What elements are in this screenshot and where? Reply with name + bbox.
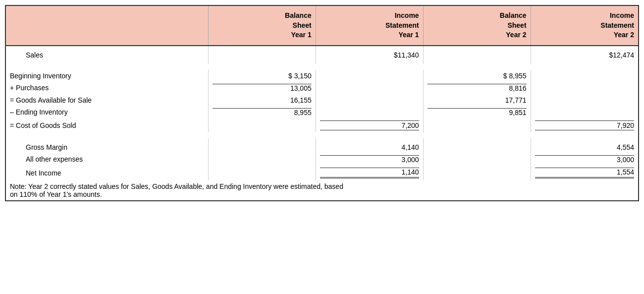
all-other-is2-value: 3,000 [535, 155, 634, 164]
gross-margin-row: Gross Margin 4,140 4,554 [6, 138, 638, 153]
gross-margin-is2: 4,554 [531, 138, 638, 153]
note-row: Note: Year 2 correctly stated values for… [6, 180, 638, 200]
gross-margin-label: Gross Margin [6, 138, 208, 153]
goods-available-is2 [531, 94, 638, 106]
net-income-is2: 1,554 [531, 166, 638, 180]
ending-inventory-is1 [316, 106, 423, 118]
sales-bs1 [208, 46, 316, 64]
ending-inventory-label: – Ending Inventory [6, 106, 208, 118]
ending-inventory-bs1-value: 8,955 [213, 108, 312, 117]
header-is1: Income Statement Year 1 [316, 6, 423, 46]
header-bs1: Balance Sheet Year 1 [208, 6, 316, 46]
purchases-row: + Purchases 13,005 8,816 [6, 82, 638, 94]
beginning-inventory-is2 [531, 70, 638, 82]
all-other-bs1 [208, 153, 316, 166]
net-income-row: Net Income 1,140 1,554 [6, 166, 638, 180]
all-other-is1: 3,000 [316, 153, 423, 166]
sales-is2: $12,474 [531, 46, 638, 64]
spacer-row-1 [6, 64, 638, 70]
cogs-row: = Cost of Goods Sold 7,200 7,920 [6, 118, 638, 132]
goods-available-label: = Goods Available for Sale [6, 94, 208, 106]
all-other-is2: 3,000 [531, 153, 638, 166]
sales-bs2 [423, 46, 531, 64]
ending-inventory-bs1: 8,955 [208, 106, 316, 118]
beginning-inventory-bs2: $ 8,955 [423, 70, 531, 82]
ending-inventory-is2 [531, 106, 638, 118]
beginning-inventory-row: Beginning Inventory $ 3,150 $ 8,955 [6, 70, 638, 82]
cogs-bs2 [423, 118, 531, 132]
net-income-bs2 [423, 166, 531, 180]
purchases-bs2-value: 8,816 [428, 84, 527, 92]
sales-row: Sales $11,340 $12,474 [6, 46, 638, 64]
ending-inventory-bs2: 9,851 [423, 106, 531, 118]
goods-available-bs2: 17,771 [423, 94, 531, 106]
ending-inventory-bs2-value: 9,851 [428, 108, 527, 117]
purchases-bs1: 13,005 [208, 82, 316, 94]
cogs-is2-value: 7,920 [535, 120, 634, 130]
all-other-is1-value: 3,000 [320, 155, 419, 164]
gross-margin-is1: 4,140 [316, 138, 423, 153]
financial-table-container: Balance Sheet Year 1 Income Statement Ye… [5, 5, 639, 201]
gross-margin-bs2 [423, 138, 531, 153]
goods-available-row: = Goods Available for Sale 16,155 17,771 [6, 94, 638, 106]
beginning-inventory-label: Beginning Inventory [6, 70, 208, 82]
purchases-is1 [316, 82, 423, 94]
spacer-row-2 [6, 132, 638, 138]
header-label-col [6, 6, 208, 46]
all-other-bs2 [423, 153, 531, 166]
sales-is1: $11,340 [316, 46, 423, 64]
purchases-is2 [531, 82, 638, 94]
ending-inventory-row: – Ending Inventory 8,955 9,851 [6, 106, 638, 118]
header-bs2: Balance Sheet Year 2 [423, 6, 531, 46]
net-income-label: Net Income [6, 166, 208, 180]
note-text: Note: Year 2 correctly stated values for… [6, 180, 638, 200]
net-income-is1: 1,140 [316, 166, 423, 180]
cogs-is1-value: 7,200 [320, 120, 419, 130]
header-is2: Income Statement Year 2 [531, 6, 638, 46]
cogs-bs1 [208, 118, 316, 132]
all-other-label: All other expenses [6, 153, 208, 166]
cogs-is1: 7,200 [316, 118, 423, 132]
all-other-expenses-row: All other expenses 3,000 3,000 [6, 153, 638, 166]
purchases-bs1-value: 13,005 [213, 84, 312, 92]
beginning-inventory-bs1: $ 3,150 [208, 70, 316, 82]
goods-available-bs1: 16,155 [208, 94, 316, 106]
cogs-label: = Cost of Goods Sold [6, 118, 208, 132]
net-income-is1-value: 1,140 [320, 168, 419, 178]
net-income-is2-value: 1,554 [535, 168, 634, 178]
goods-available-is1 [316, 94, 423, 106]
purchases-label: + Purchases [6, 82, 208, 94]
sales-label: Sales [6, 46, 208, 64]
beginning-inventory-is1 [316, 70, 423, 82]
purchases-bs2: 8,816 [423, 82, 531, 94]
net-income-bs1 [208, 166, 316, 180]
gross-margin-bs1 [208, 138, 316, 153]
cogs-is2: 7,920 [531, 118, 638, 132]
